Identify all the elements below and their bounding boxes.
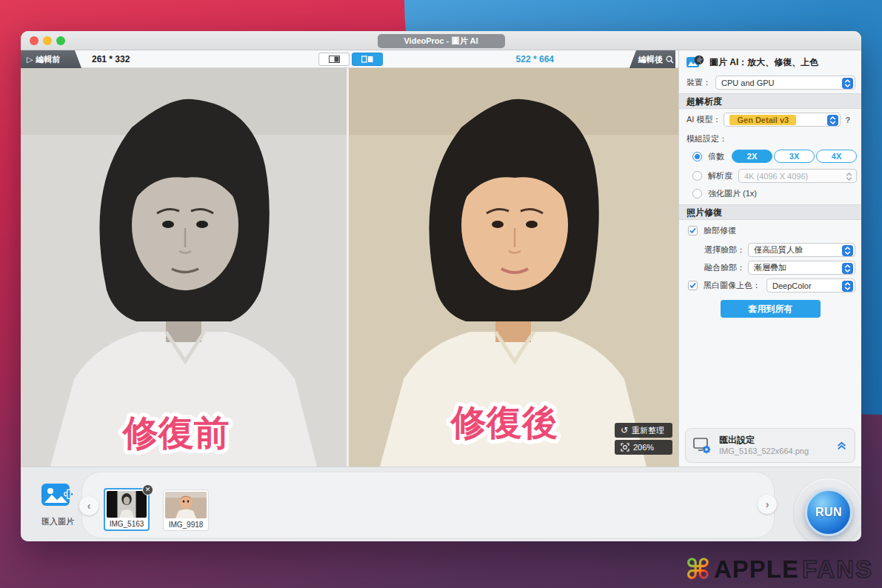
help-icon[interactable]: ? [845,116,850,124]
watermark-brand-bold: APPLE [714,555,799,584]
resolution-label: 解析度 [708,170,732,181]
colorize-checkbox[interactable] [688,281,698,290]
before-photo-pane[interactable]: 修復前 [21,68,347,467]
desktop-background: VideoProc - 圖片 AI ▷ 編輯前 261 * 332 [0,0,882,588]
editor-toolbar: ▷ 編輯前 261 * 332 [21,50,678,68]
play-icon: ▷ [27,55,33,64]
thumbnail-image [107,491,147,518]
thumbnail-name: IMG_5163 [107,520,147,528]
export-filename: IMG_5163_522x664.png [719,446,829,457]
window-title: VideoProc - 圖片 AI [377,34,504,48]
split-view-button[interactable] [352,53,383,66]
after-photo [349,68,678,467]
tab-after-edit[interactable]: 編輯後 [629,50,675,68]
tab-before-edit[interactable]: ▷ 編輯前 [21,50,81,68]
ai-model-select[interactable]: Gen Detail v3 [724,113,841,127]
face-blend-label: 融合臉部： [704,262,745,273]
face-select-label: 選擇臉部： [704,244,745,255]
stepper-icon [843,171,855,183]
after-photo-pane[interactable]: 修復後 ↺ 重新整理 [349,68,678,467]
stepper-icon [842,281,853,293]
zoom-level-indicator[interactable]: 206% [615,440,672,455]
after-size-label: 522 * 664 [516,54,554,64]
import-image-button[interactable]: ▾ 匯入圖片 [31,482,84,527]
face-restore-label: 臉部修復 [704,225,736,236]
device-select[interactable]: CPU and GPU [715,76,855,90]
resolution-select[interactable]: 4K (4096 X 4096) [738,169,857,183]
settings-panel: 圖片 AI：放大、修復、上色 裝置： CPU and GPU 超解析度 AI 模… [678,50,861,467]
titlebar: VideoProc - 圖片 AI [21,31,861,50]
face-select-dropdown[interactable]: 僅高品質人臉 [748,243,855,257]
module-settings-label: 模組設定： [686,133,727,144]
thumbnail-image [165,492,207,518]
section-super-resolution: 超解析度 [679,93,861,109]
applefans-watermark: ⌘ APPLE FANS [685,555,873,584]
editor-area: ▷ 編輯前 261 * 332 [21,50,678,467]
scale-4x-button[interactable]: 4X [816,150,857,163]
face-restore-checkbox[interactable] [688,226,698,235]
thumbnail-img-9918[interactable]: IMG_9918 [163,490,209,531]
zoom-frame-icon [621,443,629,452]
zoom-window-button[interactable] [56,36,65,45]
stepper-icon [842,245,853,257]
stepper-icon [842,78,853,90]
scale-3x-button[interactable]: 3X [774,150,815,163]
thumbnail-img-5163[interactable]: IMG_5163 ✕ [104,488,150,531]
thumbnails-prev-button[interactable]: ‹ [79,496,98,515]
scale-2x-button[interactable]: 2X [732,150,772,163]
export-settings-card[interactable]: 匯出設定 IMG_5163_522x664.png [685,428,855,463]
view-mode-toggle [318,53,383,66]
single-view-button[interactable] [318,53,350,66]
stepper-icon [842,263,853,275]
apply-to-all-button[interactable]: 套用到所有 [721,300,821,318]
close-icon[interactable]: ✕ [142,484,153,495]
enhance-label: 強化圖片 (1x) [708,188,757,199]
import-label: 匯入圖片 [31,516,84,527]
import-image-icon [41,482,75,510]
colorize-dropdown[interactable]: DeepColor [766,278,855,293]
refresh-icon: ↺ [621,426,628,435]
videoproc-window: VideoProc - 圖片 AI ▷ 編輯前 261 * 332 [21,31,861,541]
export-settings-icon [693,437,712,455]
panel-title: 圖片 AI：放大、修復、上色 [709,56,818,69]
magnifier-icon [666,56,674,64]
colorize-label: 黑白圖像上色： [704,280,761,291]
split-view-icon [361,56,373,63]
stepper-icon [827,115,838,127]
scale-label: 倍數 [708,151,724,162]
bottom-bar: ▾ 匯入圖片 ‹ IMG_5163 ✕ [21,467,861,541]
ai-model-label: AI 模型： [686,114,721,125]
run-button[interactable]: RUN [805,489,852,536]
watermark-brand-light: FANS [802,555,873,584]
enhance-radio[interactable] [692,189,702,198]
before-size-label: 261 * 332 [92,54,130,64]
image-ai-icon [686,55,704,70]
viewer-overlay-controls: ↺ 重新整理 206% [615,423,672,455]
before-photo [21,68,347,467]
close-window-button[interactable] [30,36,39,45]
minimize-window-button[interactable] [43,36,52,45]
command-logo-icon: ⌘ [685,555,711,584]
collapse-chevron-icon[interactable] [836,440,847,451]
refresh-button[interactable]: ↺ 重新整理 [615,423,672,438]
resolution-radio[interactable] [692,171,702,181]
export-settings-title: 匯出設定 [719,434,829,446]
section-photo-restore: 照片修復 [679,204,861,220]
face-blend-dropdown[interactable]: 漸層疊加 [748,261,855,275]
single-view-icon [329,56,340,63]
device-label: 裝置： [686,77,711,88]
thumbnails-next-button[interactable]: › [758,495,777,514]
thumbnail-name: IMG_9918 [165,521,207,529]
scale-radio[interactable] [692,152,702,161]
comparison-viewer: 修復前 [21,68,678,467]
